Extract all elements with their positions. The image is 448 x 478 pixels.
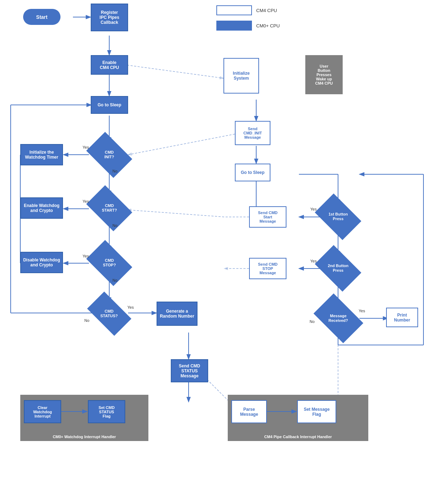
legend-cm4-label: CM4 CPU bbox=[256, 8, 277, 13]
flowchart-diagram: CM4 CPU CM0+ CPU Start Register IPC Pipe… bbox=[0, 0, 448, 478]
cmd-status-yes-label: Yes bbox=[127, 305, 134, 309]
first-button-diamond: 1st Button Press bbox=[315, 193, 362, 240]
generate-random-node: Generate a Random Number bbox=[157, 302, 197, 326]
go-sleep-cm4-node: Go to Sleep bbox=[235, 164, 270, 181]
legend-cm0-rect bbox=[216, 21, 252, 31]
cmd-init-no-label: No bbox=[112, 169, 117, 173]
second-button-yes-label: Yes bbox=[310, 259, 317, 263]
init-watchdog-node: Initialize the Watchdog Timer bbox=[20, 144, 63, 165]
init-system-node: Initialize System bbox=[223, 58, 259, 94]
disable-watchdog-node: Disable Watchdog and Crypto bbox=[20, 252, 63, 273]
msg-received-yes-label: Yes bbox=[359, 309, 365, 313]
cmd-start-yes-label: Yes bbox=[83, 199, 89, 203]
print-number-node: Print Number bbox=[386, 308, 418, 327]
send-cmd-init-node: Send CMD_INIT Message bbox=[235, 121, 270, 145]
send-cmd-start-node: Send CMD Start Message bbox=[249, 206, 286, 228]
cm4-callback-group: Parse Message Set Message Flag CM4 Pipe … bbox=[228, 395, 368, 441]
cmd-init-yes-label: Yes bbox=[83, 145, 89, 149]
cmd-status-diamond: CMD STATUS? bbox=[87, 292, 131, 336]
enable-cm4-node: Enable CM4 CPU bbox=[91, 55, 128, 75]
cmd-start-no-label: No bbox=[112, 223, 117, 228]
send-cmd-stop-node: Send CMD STOP Message bbox=[249, 258, 286, 279]
svg-line-17 bbox=[127, 65, 223, 78]
cmd-stop-no-label: No bbox=[112, 278, 117, 282]
cmd-init-diamond: CMD INIT? bbox=[86, 132, 132, 178]
cmd-stop-diamond: CMD STOP? bbox=[86, 240, 132, 286]
legend-cm4-rect bbox=[216, 5, 252, 15]
message-received-diamond: Message Received? bbox=[313, 293, 363, 343]
cmd-stop-yes-label: Yes bbox=[83, 254, 89, 258]
svg-line-29 bbox=[127, 210, 224, 217]
svg-line-30 bbox=[128, 133, 238, 155]
cm0-watchdog-group: Clear Watchdog Interrupt Set CMD STATUS … bbox=[20, 395, 148, 441]
second-button-diamond: 2nd Button Press bbox=[315, 245, 362, 292]
enable-watchdog-node: Enable Watchdog and Crypto bbox=[20, 197, 63, 219]
register-ipc-node: Register IPC Pipes Callback bbox=[91, 4, 128, 31]
cmd-start-diamond: CMD START? bbox=[86, 185, 132, 231]
legend-cm0-label: CM0+ CPU bbox=[256, 23, 280, 28]
msg-received-no-label: No bbox=[310, 319, 315, 324]
go-sleep-cm0-node: Go to Sleep bbox=[91, 96, 128, 114]
user-button-node: User Button Presses Wake up CM4 CPU bbox=[305, 55, 343, 94]
send-cmd-status-msg-node: Send CMD STATUS Message bbox=[171, 359, 208, 382]
start-node: Start bbox=[23, 9, 60, 25]
first-button-yes-label: Yes bbox=[310, 207, 317, 211]
cmd-status-no-label: No bbox=[84, 318, 89, 323]
